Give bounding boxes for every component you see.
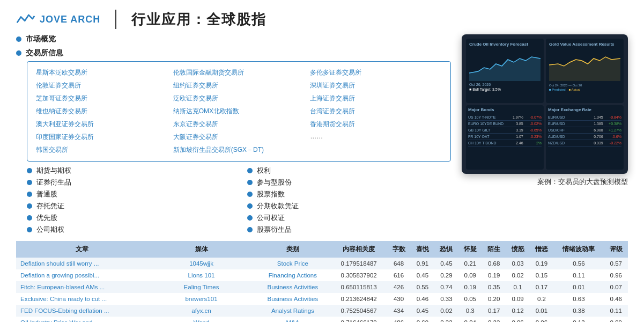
product-ordinary-shares[interactable]: 普通股 (27, 189, 231, 199)
cell-unfamiliar: 0.17 (482, 305, 506, 317)
product-dot (247, 227, 253, 232)
exchange-item[interactable]: 伦敦国际金融期货交易所 (173, 67, 305, 78)
product-label: 期货与期权 (36, 166, 71, 175)
cell-fear: 0.02 (434, 305, 458, 317)
exchange-item[interactable]: 星斯本泛欧交易所 (36, 67, 168, 78)
cell-article[interactable]: Deflation should still worry ... (16, 258, 148, 269)
product-rights[interactable]: 权利 (247, 166, 451, 175)
product-dot (27, 192, 32, 197)
cell-words: 430 (387, 293, 410, 305)
cell-media[interactable]: 1045wjjk (148, 258, 254, 269)
screenshot-caption: 案例：交易员的大盘预测模型 (462, 177, 628, 187)
cell-media[interactable]: Lions 101 (148, 269, 254, 281)
exchange-item[interactable]: 台湾证券交易所 (310, 106, 442, 117)
product-installment-receipts[interactable]: 分期收款凭证 (247, 201, 451, 211)
cell-article[interactable]: Fitch: European-blased AMs ... (16, 281, 148, 293)
cell-category[interactable]: Business Activities (255, 293, 331, 305)
cell-relevance: 0.305837902 (331, 269, 387, 281)
exchange-item[interactable]: 纽约证券交易所 (173, 80, 305, 91)
cell-fear: 0.74 (434, 281, 458, 293)
cell-words: 616 (387, 269, 410, 281)
cell-fear: 0.45 (434, 258, 458, 269)
cell-article[interactable]: OIl Industry Price War and ... (16, 317, 148, 322)
exchange-item[interactable]: 新加坡衍生品交易所(SGX－DT) (173, 144, 305, 156)
exchange-item[interactable]: 澳大利亚证券交易所 (36, 119, 168, 130)
cell-fear: 0.32 (434, 317, 458, 322)
cell-volatility: 0.56 (553, 258, 604, 269)
cell-unfamiliar: 0.22 (482, 317, 506, 322)
cell-relevance: 0.179518487 (331, 258, 387, 269)
exchange-item[interactable]: 泛欧证券交易所 (173, 93, 305, 104)
product-stock-derivatives[interactable]: 股票衍生品 (247, 225, 451, 235)
cell-volatility: 0.01 (553, 281, 604, 293)
cell-category[interactable]: Business Activities (255, 281, 331, 293)
cell-words: 434 (387, 305, 410, 317)
table-row-mini: US 10Y T-NOTE 1.97% -0.07% (468, 114, 542, 121)
exchange-item[interactable]: 香港期货交易所 (310, 119, 442, 130)
cell-category[interactable]: M&A (255, 317, 331, 322)
table-row: Deflation should still worry ... 1045wjj… (16, 258, 628, 269)
col-disgust: 憎恶 (530, 241, 553, 258)
screenshot-container: Crude Oil Inventory Forecast Oct 26, 202… (462, 34, 628, 174)
cell-media[interactable]: Ealing Times (148, 281, 254, 293)
cell-joy: 0.45 (411, 305, 434, 317)
exchange-item[interactable]: 东京证券交易所 (173, 119, 305, 130)
header-divider (115, 10, 116, 29)
cell-unfamiliar: 0.68 (482, 258, 506, 269)
product-company-warrants[interactable]: 公司权证 (247, 213, 451, 223)
product-securities-derivatives[interactable]: 证券衍生品 (27, 178, 231, 187)
product-stock-index[interactable]: 股票指数 (247, 189, 451, 199)
col-relevance: 内容相关度 (331, 241, 387, 258)
table-row-mini: GB 10Y GILT 3.19 -0.65% (468, 127, 542, 134)
cell-joy: 0.46 (411, 293, 434, 305)
cell-doubt: 0.19 (458, 281, 482, 293)
product-label: 参与型股份 (257, 178, 292, 187)
exchange-item[interactable]: 深圳证券交易所 (310, 80, 442, 91)
cell-media[interactable]: brewers101 (148, 293, 254, 305)
product-depositary-receipts[interactable]: 存托凭证 (27, 201, 231, 211)
cell-anger: 0.03 (506, 258, 529, 269)
product-futures[interactable]: 期货与期权 (27, 166, 231, 175)
exchange-item[interactable]: 大阪证券交易所 (173, 131, 305, 143)
exchange-item[interactable]: 上海证券交易所 (310, 93, 442, 104)
cell-media[interactable]: Wand (148, 317, 254, 322)
exchange-item[interactable]: 韩国交易所 (36, 144, 168, 156)
product-participation-shares[interactable]: 参与型股份 (247, 178, 451, 187)
exchange-item[interactable]: 印度国家证券交易所 (36, 131, 168, 143)
cell-article[interactable]: FED FOCUS-Ebbing deflation ... (16, 305, 148, 317)
exchange-item[interactable]: 多伦多证券交易所 (310, 67, 442, 78)
cell-article[interactable]: Exclusive: China ready to cut ... (16, 293, 148, 305)
product-dot (247, 203, 253, 209)
cell-disgust: 0.06 (530, 317, 553, 322)
market-overview-nav[interactable]: 市场概览 (16, 34, 451, 44)
product-label: 存托凭证 (36, 201, 64, 211)
exchange-item[interactable]: 芝加哥证券交易所 (36, 93, 168, 104)
product-preferred-shares[interactable]: 优先股 (27, 213, 231, 223)
cell-article[interactable]: Deflation a growing possibi... (16, 269, 148, 281)
chart-svg-gold (549, 49, 620, 81)
cell-volatility: 0.11 (553, 269, 604, 281)
cell-category[interactable]: Stock Price (255, 258, 331, 269)
exchange-item[interactable]: 维也纳证券交易所 (36, 106, 168, 117)
chart-title-forex: Major Exchange Rate (548, 107, 621, 112)
col-category: 类别 (255, 241, 331, 258)
logo: JOVE ARCH (16, 12, 100, 27)
cell-anger: 0.1 (506, 281, 529, 293)
cell-rating: 0.99 (604, 317, 628, 322)
exchange-info-label: 交易所信息 (26, 48, 63, 58)
cell-media[interactable]: afyx.cn (148, 305, 254, 317)
cell-doubt: 0.3 (458, 305, 482, 317)
table-row-mini: EUR/USD 1.385 +0.38% (548, 121, 621, 127)
exchange-info-nav[interactable]: 交易所信息 (16, 48, 451, 58)
cell-category[interactable]: Analyst Ratings (255, 305, 331, 317)
cell-unfamiliar: 0.35 (482, 281, 506, 293)
cell-disgust: 0.15 (530, 269, 553, 281)
exchange-item[interactable]: 伦敦证券交易所 (36, 80, 168, 91)
cell-relevance: 0.752504567 (331, 305, 387, 317)
product-company-options[interactable]: 公司期权 (27, 225, 231, 235)
cell-volatility: 0.63 (553, 293, 604, 305)
cell-joy: 0.55 (411, 281, 434, 293)
cell-category[interactable]: Financing Actions (255, 269, 331, 281)
exchange-item[interactable]: 纳斯达克OMX北欧指数 (173, 106, 305, 117)
cell-disgust: 0.17 (530, 281, 553, 293)
